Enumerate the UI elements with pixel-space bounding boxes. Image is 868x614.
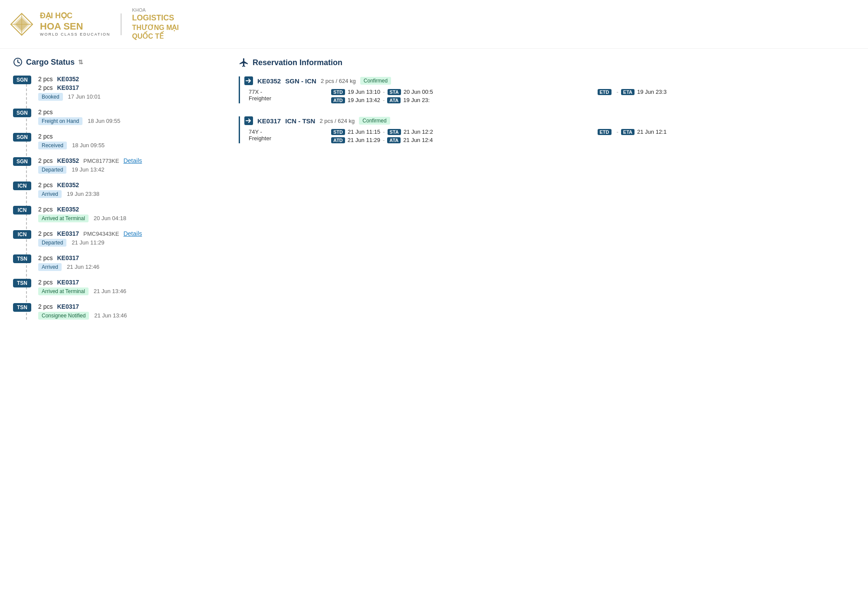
reservation-info-section: Reservation Information KE0352 SGN - ICN… [239, 57, 855, 327]
timeline-status-row: Consignee Notified 21 Jun 13:46 [38, 312, 221, 320]
flight-number: KE0317 [57, 230, 79, 237]
thuong-mai-label: THƯƠNG MẠI [132, 23, 179, 33]
timeline-row1: 2 pcs KE0317 [38, 254, 221, 261]
timeline-item: TSN 2 pcs KE0317 Arrived 21 Jun 12:46 [13, 254, 221, 271]
status-date: 18 Jun 09:55 [72, 142, 105, 149]
status-date: 19 Jun 13:42 [72, 166, 104, 173]
atd-row2: ATD 21 Jun 11:29 - ATA 21 Jun 12:4 [331, 137, 589, 143]
flight-number: KE0352 [57, 157, 79, 164]
status-date: 21 Jun 13:46 [94, 288, 126, 294]
airport-badge-sgn: SGN [13, 109, 31, 117]
cargo-status-label: Cargo Status [26, 58, 75, 67]
pcs-label: 2 pcs [38, 254, 53, 261]
dash: - [617, 89, 618, 95]
std-row2: STD 21 Jun 11:15 - STA 21 Jun 12:2 [331, 129, 589, 135]
timeline-status-row: Booked 17 Jun 10:01 [38, 93, 221, 101]
timeline-info: 2 pcs KE0317 Consignee Notified 21 Jun 1… [38, 303, 221, 320]
timeline-info: 2 pcs Received 18 Jun 09:55 [38, 133, 221, 149]
airport-badge-sgn: SGN [13, 76, 31, 84]
timeline-row1: 2 pcs KE0352 [38, 182, 221, 188]
sort-icon[interactable]: ⇅ [78, 59, 83, 66]
std-row: STD 19 Jun 13:10 - STA 20 Jun 00:5 [331, 89, 589, 95]
svg-line-7 [18, 62, 20, 63]
pcs-label: 2 pcs [38, 109, 53, 116]
timeline-info: 2 pcs Freight on Hand 18 Jun 09:55 [38, 109, 221, 125]
atd-label2: ATD [331, 137, 345, 143]
pcs-label: 2 pcs [38, 182, 53, 188]
etd-row2: ETD - ETA 21 Jun 12:1 [598, 129, 855, 135]
status-date: 18 Jun 09:55 [88, 118, 120, 124]
eta-label2: ETA [621, 129, 635, 135]
aircraft-label: 77X - [249, 89, 262, 95]
timeline-status-row: Freight on Hand 18 Jun 09:55 [38, 117, 221, 125]
timeline-info: 2 pcs KE0352 PMC81773KE Details Departed… [38, 157, 221, 174]
pcs-label2: 2 pcs [38, 84, 53, 91]
flight-number: KE0352 [57, 206, 79, 213]
std-val: 19 Jun 13:10 [348, 89, 380, 95]
cargo-status-section: Cargo Status ⇅ SGN 2 pcs KE0352 2 pcs KE… [13, 57, 221, 327]
ata-val: 19 Jun 23: [403, 97, 430, 103]
status-date: 20 Jun 04:18 [94, 215, 126, 221]
airport-badge-icn: ICN [13, 182, 31, 190]
flight-number2: KE0317 [57, 84, 79, 91]
timeline-row1: 2 pcs KE0352 PMC81773KE Details [38, 157, 221, 164]
timeline-status-row: Arrived at Terminal 20 Jun 04:18 [38, 215, 221, 222]
ata-label2: ATA [387, 137, 401, 143]
res-times-ke0317: STD 21 Jun 11:15 - STA 21 Jun 12:2 ETD -… [331, 129, 855, 143]
flight-number: KE0352 [57, 182, 79, 188]
logo-khoa: KHOA LOGISTICS THƯƠNG MẠI QUỐC TẾ [132, 7, 179, 41]
status-badge-terminal: Arrived at Terminal [38, 287, 89, 295]
sta-val: 20 Jun 00:5 [404, 89, 433, 95]
airport-badge-sgn: SGN [13, 133, 31, 142]
sta-label2: STA [388, 129, 401, 135]
timeline-row1: 2 pcs [38, 133, 221, 140]
pcs-label: 2 pcs [38, 303, 53, 310]
res-aircraft: 77X - Freighter [249, 89, 327, 103]
aircraft-label2: 74Y - [249, 129, 262, 135]
flight-number: KE0317 [57, 303, 79, 310]
res-times-ke0352: STD 19 Jun 13:10 - STA 20 Jun 00:5 ETD -… [331, 89, 855, 103]
status-date: 17 Jun 10:01 [68, 93, 101, 100]
timeline-row2: 2 pcs KE0317 [38, 84, 221, 91]
timeline-info: 2 pcs KE0352 2 pcs KE0317 Booked 17 Jun … [38, 76, 221, 101]
sta-val2: 21 Jun 12:2 [404, 129, 433, 135]
flight-arrow-icon [244, 76, 253, 85]
atd-val: 19 Jun 13:42 [348, 97, 380, 103]
status-badge-arrived: Arrived [38, 190, 62, 198]
status-badge-departed: Departed [38, 166, 66, 174]
status-badge-received: Received [38, 142, 67, 149]
timeline-row1: 2 pcs KE0317 [38, 279, 221, 286]
timeline-status-row: Received 18 Jun 09:55 [38, 142, 221, 149]
timeline-item: SGN 2 pcs Freight on Hand 18 Jun 09:55 [13, 109, 221, 125]
timeline-row1: 2 pcs KE0352 [38, 206, 221, 213]
timeline-status-row: Arrived at Terminal 21 Jun 13:46 [38, 287, 221, 295]
logo-divider [121, 13, 122, 35]
dash2: - [383, 129, 385, 135]
flight-arrow-icon2 [244, 116, 253, 125]
timeline-status-row: Arrived 21 Jun 12:46 [38, 263, 221, 271]
res-flight-num-ke0352: KE0352 [257, 77, 281, 85]
dash: - [383, 89, 385, 95]
pcs-label: 2 pcs [38, 279, 53, 286]
timeline-status-row: Arrived 19 Jun 23:38 [38, 190, 221, 198]
reservation-card-ke0352: KE0352 SGN - ICN 2 pcs / 624 kg Confirme… [239, 76, 855, 103]
logo-diamond-icon [9, 11, 35, 37]
details-link[interactable]: Details [123, 157, 142, 164]
status-date: 21 Jun 13:46 [94, 312, 127, 319]
airport-badge-sgn: SGN [13, 157, 31, 166]
quoc-te-label: QUỐC TẾ [132, 32, 179, 41]
timeline-item: TSN 2 pcs KE0317 Consignee Notified 21 J… [13, 303, 221, 320]
timeline-info: 2 pcs KE0352 Arrived at Terminal 20 Jun … [38, 206, 221, 222]
reservation-info-title: Reservation Information [239, 57, 855, 68]
atd-row: ATD 19 Jun 13:42 - ATA 19 Jun 23: [331, 97, 589, 103]
airport-badge-icn: ICN [13, 230, 31, 239]
details-link[interactable]: Details [123, 230, 142, 237]
pcs-label: 2 pcs [38, 133, 53, 140]
logistics-label: LOGISTICS [132, 13, 179, 23]
timeline-status-row: Departed 21 Jun 11:29 [38, 239, 221, 247]
pmc-ref: PMC94343KE [83, 231, 119, 237]
status-date: 19 Jun 23:38 [67, 191, 99, 197]
status-badge-freight: Freight on Hand [38, 117, 82, 125]
timeline-info: 2 pcs KE0317 Arrived 21 Jun 12:46 [38, 254, 221, 271]
timeline-item: SGN 2 pcs Received 18 Jun 09:55 [13, 133, 221, 149]
